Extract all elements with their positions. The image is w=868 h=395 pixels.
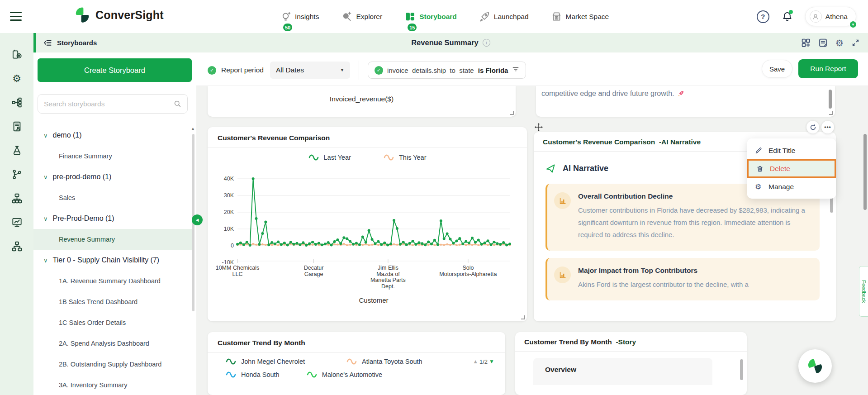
narrative-block-major-impact-from-top-contributors: Major Impact from Top ContributorsAkins …: [545, 258, 820, 300]
workflow-icon[interactable]: [12, 241, 22, 252]
search-input[interactable]: [44, 100, 174, 108]
sidebar-item-demo-1[interactable]: ∨demo (1): [33, 125, 193, 146]
resize-handle[interactable]: [521, 315, 525, 319]
filter-condition: is Florida: [478, 67, 508, 74]
assistant-bubble[interactable]: [798, 349, 832, 383]
sidebar-collapse-handle[interactable]: ◄: [192, 214, 203, 225]
experiment-flask-icon[interactable]: [12, 145, 22, 156]
chevron-down-icon[interactable]: ∨: [43, 215, 48, 222]
invoiced-revenue-axis-label: Invoiced_revenue($): [208, 95, 516, 103]
report-review-icon[interactable]: [12, 49, 22, 60]
widget-context-menu: Edit TitleDelete⚙Manage: [747, 138, 836, 199]
org-chart-icon[interactable]: [12, 193, 22, 204]
app-root: ConverSight Insights 50 Explorer St: [0, 0, 868, 395]
menu-item-delete[interactable]: Delete: [747, 159, 836, 178]
conversight-logo[interactable]: ConverSight: [74, 6, 164, 24]
legend-honda-south[interactable]: Honda South: [226, 371, 280, 378]
sidebar-item-1a-revenue-summary-dashboard[interactable]: 1A. Revenue Summary Dashboard: [33, 271, 193, 291]
chevron-down-icon[interactable]: ∨: [43, 174, 48, 181]
filter-checkbox[interactable]: ✓: [375, 66, 383, 75]
nav-storyboard[interactable]: Storyboard 15: [405, 11, 457, 22]
sidebar-item-label: Pre-Prod-Demo (1): [53, 214, 114, 223]
chevron-down-icon[interactable]: ∨: [43, 257, 48, 264]
titlebar-actions: ⚙: [801, 33, 860, 52]
run-report-button[interactable]: Run Report: [798, 59, 858, 78]
help-icon[interactable]: ?: [757, 10, 769, 23]
ai-narrative-icon: [545, 163, 556, 174]
save-button[interactable]: Save: [762, 60, 792, 78]
narrative-card-partial[interactable]: competitive edge and drive future growth…: [536, 86, 835, 117]
chevron-down-icon[interactable]: ∨: [43, 132, 48, 139]
more-options-icon[interactable]: •••: [821, 121, 834, 133]
sidebar-item-3a-inventory-summary[interactable]: 3A. Inventory Summary: [33, 375, 193, 395]
funnel-icon[interactable]: [512, 66, 519, 75]
wave-icon: [308, 154, 319, 161]
sidebar-item-revenue-summary[interactable]: Revenue Summary: [33, 229, 193, 250]
move-widget-icon[interactable]: [535, 123, 543, 133]
nav-insights-label: Insights: [295, 13, 319, 21]
insights-badge: 50: [282, 23, 293, 32]
resize-handle[interactable]: [510, 111, 514, 115]
performance-chart-icon[interactable]: [12, 217, 22, 228]
card-scrollbar[interactable]: [740, 359, 743, 380]
ai-narrative-title: AI Narrative: [563, 164, 608, 173]
svg-text:Decatur: Decatur: [304, 265, 324, 271]
sidebar-item-pre-prod-demo-1[interactable]: ∨Pre-Prod-Demo (1): [33, 208, 193, 229]
date-range-dropdown[interactable]: All Dates ▼: [270, 62, 350, 79]
trend-story-card[interactable]: Customer Trend By Month -Story Overview: [515, 332, 747, 395]
legend-last-year[interactable]: Last Year: [308, 154, 351, 161]
invoiced-revenue-card-partial[interactable]: Invoiced_revenue($): [208, 86, 516, 117]
refresh-widget-icon[interactable]: [806, 121, 819, 133]
notes-icon[interactable]: [818, 38, 828, 48]
sidebar-item-tier-0-supply-chain-visibility-7[interactable]: ∨Tier 0 - Supply Chain Visibility (7): [33, 250, 193, 271]
legend-pager: ▲1/2▼: [473, 358, 494, 365]
customer-trend-card[interactable]: Customer Trend By Month John Megel Chevr…: [208, 332, 505, 395]
settings-gear-icon[interactable]: ⚙: [12, 73, 22, 84]
search-icon[interactable]: [174, 100, 181, 108]
card-scrollbar[interactable]: [829, 90, 832, 109]
nav-insights[interactable]: Insights 50: [280, 11, 319, 22]
wave-icon: [226, 358, 237, 365]
legend-malone-s-automotive[interactable]: Malone's Automotive: [307, 371, 382, 378]
expand-icon[interactable]: [851, 38, 860, 47]
menu-item-label: Delete: [770, 165, 790, 173]
main-nav: Insights 50 Explorer Storyboard 15: [280, 0, 609, 33]
state-filter-chip[interactable]: ✓ invoice_details.ship_to_state is Flori…: [368, 62, 526, 79]
sidebar-item-pre-prod-demo-1[interactable]: ∨pre-prod-demo (1): [33, 167, 193, 187]
main-scrollbar[interactable]: [863, 134, 867, 210]
document-user-icon[interactable]: [12, 121, 22, 132]
info-icon[interactable]: i: [483, 39, 490, 47]
settings-icon[interactable]: ⚙: [835, 38, 844, 48]
resize-handle[interactable]: [829, 111, 833, 115]
feedback-tab[interactable]: Feedback: [859, 266, 868, 317]
sidebar-item-2b-outstanding-supply-dashboard[interactable]: 2B. Outstanding Supply Dashboard: [33, 354, 193, 375]
svg-text:Mazda of: Mazda of: [376, 271, 400, 277]
nav-explorer[interactable]: Explorer: [342, 11, 382, 22]
hierarchy-nodes-icon[interactable]: [12, 97, 22, 108]
notifications-bell-icon[interactable]: [782, 11, 792, 22]
menu-item-manage[interactable]: ⚙Manage: [747, 178, 836, 195]
hamburger-menu-icon[interactable]: [10, 12, 22, 21]
legend-john-megel-chevrolet[interactable]: John Megel Chevrolet: [226, 358, 305, 365]
pager-up-icon[interactable]: ▲: [473, 358, 478, 365]
user-caret-icon: ▼: [849, 20, 857, 29]
legend-atlanta-toyota-south[interactable]: Atlanta Toyota South: [346, 358, 422, 365]
pager-down-icon[interactable]: ▼: [489, 358, 494, 365]
revenue-comparison-card[interactable]: Customer's Revenue Comparison Last Year …: [208, 127, 527, 321]
sidebar-item-finance-summary[interactable]: Finance Summary: [33, 146, 193, 167]
legend-this-year[interactable]: This Year: [384, 154, 426, 161]
nav-launchpad[interactable]: Launchpad: [479, 11, 529, 22]
report-period-checkbox[interactable]: ✓: [208, 66, 216, 75]
sidebar-item-1b-sales-trend-dashboard[interactable]: 1B Sales Trend Dashboard: [33, 291, 193, 312]
sidebar-item-2a-spend-analysis-dashboard[interactable]: 2A. Spend Analysis Dashboard: [33, 333, 193, 354]
add-widget-icon[interactable]: [801, 38, 811, 48]
menu-item-edit-title[interactable]: Edit Title: [747, 142, 836, 159]
sidebar-item-sales[interactable]: Sales: [33, 187, 193, 208]
nav-market-space[interactable]: Market Space: [551, 11, 609, 22]
git-branch-icon[interactable]: [12, 169, 22, 180]
user-menu[interactable]: Athena ▼: [805, 7, 856, 26]
create-storyboard-button[interactable]: Create Storyboard: [38, 58, 192, 82]
sidebar-item-1c-sales-order-details[interactable]: 1C Sales Order Details: [33, 312, 193, 333]
scroll-up-icon[interactable]: ▲: [191, 126, 195, 131]
sidebar-item-label: Sales: [59, 194, 75, 201]
